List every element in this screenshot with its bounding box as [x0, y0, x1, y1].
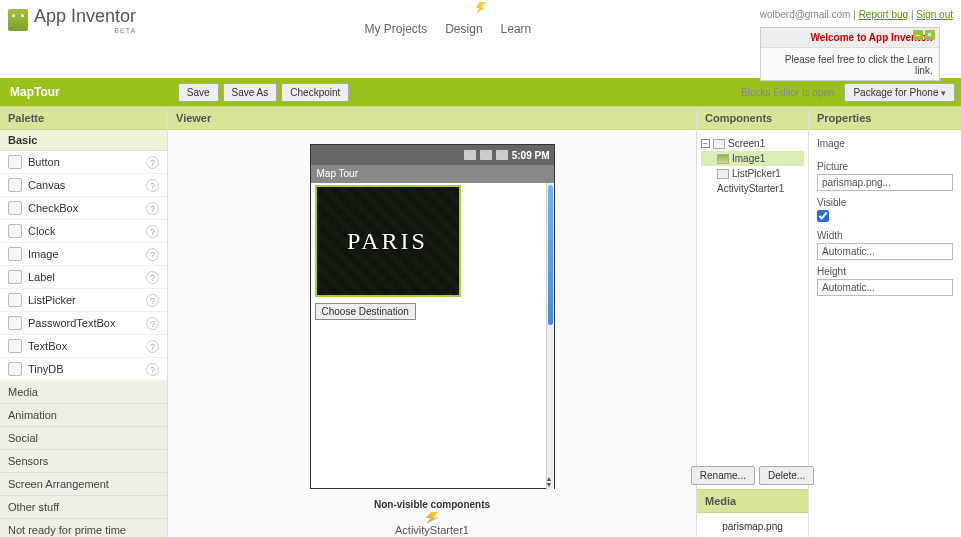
- properties-header: Properties: [809, 107, 961, 130]
- picture-input[interactable]: parismap.png...: [817, 174, 953, 191]
- app-name: App Inventor: [34, 6, 136, 26]
- media-header: Media: [697, 489, 808, 513]
- component-icon: [8, 270, 22, 284]
- viewer-header: Viewer: [168, 107, 696, 130]
- component-icon: [8, 339, 22, 353]
- phone-scrollbar[interactable]: ▲▼: [546, 183, 554, 490]
- height-input[interactable]: Automatic...: [817, 279, 953, 296]
- palette-header: Palette: [0, 107, 167, 130]
- phone-statusbar: 5:09 PM: [311, 145, 554, 165]
- palette-drawer-screen-arrangement[interactable]: Screen Arrangement: [0, 473, 167, 496]
- palette-drawer-other-stuff[interactable]: Other stuff: [0, 496, 167, 519]
- palette-drawer-media[interactable]: Media: [0, 381, 167, 404]
- visible-label: Visible: [817, 197, 953, 208]
- help-icon[interactable]: ?: [146, 179, 159, 192]
- component-icon: [8, 316, 22, 330]
- user-email: wolberd@gmail.com: [760, 9, 851, 20]
- top-header: App Inventor BETA My Projects Design Lea…: [0, 0, 961, 78]
- height-label: Height: [817, 266, 953, 277]
- save-button[interactable]: Save: [178, 83, 219, 102]
- palette-item-clock[interactable]: Clock?: [0, 220, 167, 243]
- save-as-button[interactable]: Save As: [223, 83, 278, 102]
- media-file[interactable]: parismap.png: [705, 521, 800, 532]
- help-icon[interactable]: ?: [146, 202, 159, 215]
- top-right: wolberd@gmail.com | Report bug | Sign ou…: [760, 6, 953, 81]
- palette-item-label[interactable]: Label?: [0, 266, 167, 289]
- palette-drawer-social[interactable]: Social: [0, 427, 167, 450]
- help-icon[interactable]: ?: [146, 363, 159, 376]
- help-icon[interactable]: ?: [146, 271, 159, 284]
- palette-item-tinydb[interactable]: TinyDB?: [0, 358, 167, 381]
- top-nav: My Projects Design Learn: [365, 6, 532, 36]
- bolt-icon: [426, 512, 438, 524]
- welcome-close-icon[interactable]: ×: [925, 30, 935, 40]
- nav-design[interactable]: Design: [445, 22, 482, 36]
- phone-preview: 5:09 PM Map Tour PARIS Choose Destinatio…: [310, 144, 555, 489]
- sign-out-link[interactable]: Sign out: [916, 9, 953, 20]
- nav-my-projects[interactable]: My Projects: [365, 22, 428, 36]
- blocks-editor-status: Blocks Editor is open: [735, 87, 840, 98]
- palette-drawer-sensors[interactable]: Sensors: [0, 450, 167, 473]
- palette-drawer-animation[interactable]: Animation: [0, 404, 167, 427]
- width-label: Width: [817, 230, 953, 241]
- components-panel: Components − Screen1 Image1 ListPicker1 …: [697, 107, 809, 537]
- palette-item-button[interactable]: Button?: [0, 151, 167, 174]
- palette-panel: Palette Basic Button?Canvas?CheckBox?Clo…: [0, 107, 168, 537]
- properties-panel: Properties Image Picture parismap.png...…: [809, 107, 961, 537]
- palette-item-image[interactable]: Image?: [0, 243, 167, 266]
- width-input[interactable]: Automatic...: [817, 243, 953, 260]
- component-icon: [8, 224, 22, 238]
- help-icon[interactable]: ?: [146, 294, 159, 307]
- welcome-body: Please feel free to click the Learn link…: [761, 48, 939, 80]
- palette-item-passwordtextbox[interactable]: PasswordTextBox?: [0, 312, 167, 335]
- component-icon: [8, 178, 22, 192]
- help-icon[interactable]: ?: [146, 248, 159, 261]
- palette-drawer-not-ready-for-prime-time[interactable]: Not ready for prime time: [0, 519, 167, 537]
- app-sub: BETA: [34, 27, 136, 34]
- tree-listpicker1[interactable]: ListPicker1: [701, 166, 804, 181]
- status-icon: [464, 150, 476, 160]
- battery-icon: [496, 150, 508, 160]
- visible-checkbox[interactable]: [817, 210, 829, 222]
- nav-learn[interactable]: Learn: [501, 22, 532, 36]
- rename-button[interactable]: Rename...: [691, 466, 755, 485]
- checkpoint-button[interactable]: Checkpoint: [281, 83, 349, 102]
- main-area: Palette Basic Button?Canvas?CheckBox?Clo…: [0, 106, 961, 537]
- report-bug-link[interactable]: Report bug: [859, 9, 908, 20]
- palette-item-textbox[interactable]: TextBox?: [0, 335, 167, 358]
- component-icon: [8, 362, 22, 376]
- choose-destination-button[interactable]: Choose Destination: [315, 303, 416, 320]
- welcome-box: Welcome to App Inventor. –× Please feel …: [760, 27, 940, 81]
- welcome-minimize-icon[interactable]: –: [913, 30, 923, 40]
- logo-block: App Inventor BETA: [8, 6, 136, 34]
- tree-activitystarter1[interactable]: ActivityStarter1: [701, 181, 804, 196]
- tree-collapse-icon[interactable]: −: [701, 139, 710, 148]
- palette-basic-header[interactable]: Basic: [0, 130, 167, 151]
- action-bar: MapTour Save Save As Checkpoint Blocks E…: [0, 78, 961, 106]
- listpicker-icon: [717, 169, 729, 179]
- component-icon: [8, 247, 22, 261]
- component-icon: [8, 201, 22, 215]
- delete-button[interactable]: Delete...: [759, 466, 814, 485]
- phone-app-title: Map Tour: [311, 165, 554, 183]
- property-component-type: Image: [817, 136, 953, 155]
- palette-item-listpicker[interactable]: ListPicker?: [0, 289, 167, 312]
- paris-image[interactable]: PARIS: [315, 185, 461, 297]
- viewer-panel: Viewer 5:09 PM Map Tour PARIS Choose Des…: [168, 107, 697, 537]
- help-icon[interactable]: ?: [146, 317, 159, 330]
- help-icon[interactable]: ?: [146, 340, 159, 353]
- palette-item-canvas[interactable]: Canvas?: [0, 174, 167, 197]
- package-phone-button[interactable]: Package for Phone: [844, 83, 955, 102]
- component-tree: − Screen1 Image1 ListPicker1 ActivitySta…: [697, 130, 808, 462]
- android-logo-icon: [8, 9, 28, 31]
- help-icon[interactable]: ?: [146, 156, 159, 169]
- screen-icon: [713, 139, 725, 149]
- components-header: Components: [697, 107, 808, 130]
- tree-screen1[interactable]: − Screen1: [701, 136, 804, 151]
- nonvisible-activitystarter[interactable]: ActivityStarter1: [395, 510, 469, 536]
- signal-icon: [480, 150, 492, 160]
- tree-image1[interactable]: Image1: [701, 151, 804, 166]
- scrollbar-thumb[interactable]: [548, 185, 553, 325]
- help-icon[interactable]: ?: [146, 225, 159, 238]
- palette-item-checkbox[interactable]: CheckBox?: [0, 197, 167, 220]
